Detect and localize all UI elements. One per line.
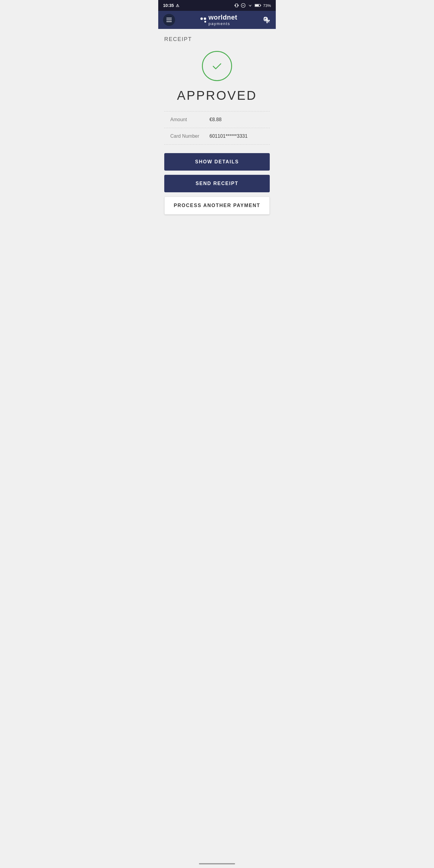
card-number-label: Card Number — [170, 133, 210, 139]
wifi-icon — [247, 3, 253, 7]
svg-line-12 — [264, 18, 264, 19]
card-number-value: 601101******3331 — [210, 133, 247, 139]
vibration-icon — [234, 3, 239, 8]
battery-percentage: 73% — [263, 3, 271, 8]
svg-rect-4 — [238, 5, 238, 6]
brand-sub: payments — [209, 22, 238, 26]
menu-icon — [166, 18, 172, 22]
main-content: RECEIPT APPROVED Amount €8.88 Card Numbe… — [158, 29, 276, 861]
status-bar-left: 10:35 ⚠ — [163, 3, 179, 8]
process-another-button[interactable]: PROCESS ANOTHER PAYMENT — [164, 196, 270, 215]
checkmark-icon — [211, 60, 223, 72]
svg-rect-1 — [235, 4, 235, 6]
status-bar-right: 73% — [234, 3, 271, 8]
time-display: 10:35 — [163, 3, 174, 8]
card-number-row: Card Number 601101******3331 — [164, 128, 270, 145]
logo-dots — [200, 18, 206, 23]
logo: worldnet payments — [200, 14, 238, 26]
amount-row: Amount €8.88 — [164, 112, 270, 128]
home-indicator — [158, 861, 276, 868]
svg-rect-3 — [235, 5, 236, 6]
show-details-button[interactable]: SHOW DETAILS — [164, 153, 270, 170]
hamburger-button[interactable] — [163, 14, 175, 26]
warning-icon: ⚠ — [176, 3, 179, 8]
success-circle — [202, 51, 232, 81]
brand-name: worldnet — [209, 14, 238, 21]
plugin-button[interactable] — [261, 14, 273, 26]
approved-status: APPROVED — [164, 88, 270, 103]
status-bar: 10:35 ⚠ 73% — [158, 0, 276, 11]
svg-rect-2 — [238, 4, 239, 6]
home-bar — [199, 863, 235, 864]
svg-line-13 — [265, 17, 265, 18]
svg-rect-9 — [255, 4, 259, 6]
plug-icon — [261, 14, 273, 26]
success-icon-container — [164, 51, 270, 81]
send-receipt-button[interactable]: SEND RECEIPT — [164, 175, 270, 192]
amount-value: €8.88 — [210, 117, 221, 122]
logo-text: worldnet payments — [209, 14, 238, 26]
svg-rect-8 — [260, 5, 261, 6]
buttons-section: SHOW DETAILS SEND RECEIPT PROCESS ANOTHE… — [164, 153, 270, 215]
navbar: worldnet payments — [158, 11, 276, 29]
svg-rect-0 — [236, 4, 238, 7]
receipt-title: RECEIPT — [164, 36, 270, 42]
dnd-icon — [241, 3, 246, 8]
amount-label: Amount — [170, 117, 210, 122]
battery-icon — [255, 3, 261, 7]
